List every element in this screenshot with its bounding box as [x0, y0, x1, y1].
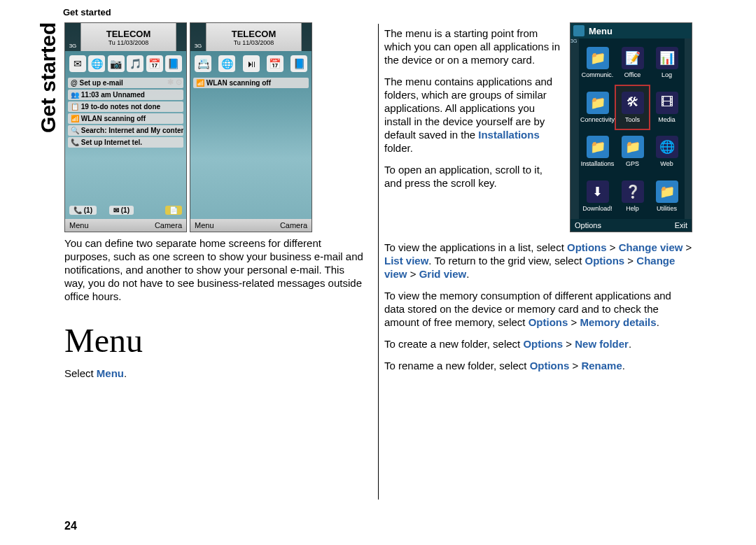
app-icon: 📁	[622, 136, 644, 158]
text: . To return to the grid view, select	[428, 255, 584, 267]
change-view-link: Change view	[619, 241, 683, 253]
list-view-paragraph: To view the applications in a list, sele…	[384, 241, 692, 281]
menu-item-web[interactable]: 🌐Web	[650, 130, 683, 174]
menu-title-bar: Menu	[570, 23, 692, 38]
shortcut-icon[interactable]: 🌐	[218, 55, 235, 72]
shortcut-icon[interactable]: ✉	[69, 55, 86, 72]
shortcut-icon[interactable]: 📇	[195, 55, 211, 72]
shortcut-icon[interactable]: 🌐	[88, 55, 105, 72]
options-link: Options	[567, 241, 607, 253]
softkey-left[interactable]: Menu	[195, 221, 214, 229]
options-link: Options	[528, 316, 568, 328]
menu-item-download[interactable]: ⬇Download!	[580, 175, 615, 218]
app-icon: 📁	[587, 92, 609, 114]
phone-home-screen-1: 3G TELECOM Tu 11/03/2008 ✉🌐📷🎵📅📘 ✱ ⊙ @ Se…	[64, 22, 187, 232]
sep: >	[568, 316, 580, 328]
menu-item-utilities[interactable]: 📁Utilities	[650, 175, 683, 218]
menu-item-office[interactable]: 📝Office	[616, 41, 649, 85]
menu-item-help[interactable]: ❔Help	[616, 175, 649, 218]
menu-item-connectivity[interactable]: 📁Connectivity	[580, 86, 615, 129]
app-icon: 🌐	[656, 136, 678, 158]
new-folder-link: New folder	[575, 338, 629, 350]
select-menu-line: Select Menu.	[64, 367, 367, 380]
shortcut-icon[interactable]: 🎵	[127, 55, 144, 72]
menu-item-log[interactable]: 📊Log	[650, 41, 683, 85]
operator-clock: TELECOM Tu 11/03/2008	[206, 23, 302, 51]
menu-title: Menu	[589, 26, 612, 36]
app-icon: 📊	[656, 47, 678, 69]
notification-item[interactable]: @ Set up e-mail	[68, 78, 183, 88]
app-label: Log	[662, 71, 672, 78]
menu-item-communic[interactable]: 📁Communic.	[580, 41, 615, 85]
notification-item[interactable]: 📞 Set up Internet tel.	[68, 137, 183, 148]
phone-menu-screenshot: Menu 3G 📁Communic.📝Office📊Log📁Connectivi…	[570, 22, 692, 232]
date-label: Tu 11/03/2008	[234, 39, 274, 46]
rename-link: Rename	[581, 360, 622, 371]
shortcut-icon-row: 📇🌐⏯📅📘	[195, 54, 307, 73]
sep: >	[407, 268, 419, 280]
app-icon: 📝	[622, 47, 644, 69]
signal-strip: 3G	[570, 38, 579, 219]
notification-item[interactable]: 👥 11:03 am Unnamed	[68, 90, 183, 100]
app-label: GPS	[626, 160, 639, 167]
app-icon: 🛠	[622, 92, 644, 114]
softkey-bar: Menu Camera	[190, 219, 312, 232]
text: To view the applications in a list, sele…	[384, 241, 567, 253]
installations-link: Installations	[478, 129, 540, 141]
page-number: 24	[64, 520, 77, 532]
home-screens-paragraph: You can define two separate home screens…	[64, 236, 367, 303]
shortcut-icon[interactable]: 📘	[290, 55, 307, 72]
text: .	[622, 360, 625, 371]
app-label: Web	[660, 160, 673, 167]
shortcut-icon[interactable]: 📷	[108, 55, 125, 72]
menu-item-installations[interactable]: 📁Installations	[580, 130, 615, 174]
indicator-badge: 📞 (1)	[69, 206, 97, 215]
app-label: Media	[658, 116, 676, 123]
shortcut-icon-row: ✉🌐📷🎵📅📘	[69, 54, 182, 73]
menu-item-gps[interactable]: 📁GPS	[616, 130, 649, 174]
app-label: Utilities	[657, 205, 677, 212]
app-icon: ❔	[622, 181, 644, 203]
notification-item[interactable]: 🔍 Search: Internet and My content	[68, 125, 183, 136]
app-icon: 🎞	[656, 92, 678, 114]
operator-name: TELECOM	[232, 29, 276, 39]
date-label: Tu 11/03/2008	[108, 39, 149, 46]
app-label: Connectivity	[580, 116, 615, 123]
app-label: Communic.	[582, 71, 614, 78]
app-icon: 📁	[656, 181, 678, 203]
notification-item[interactable]: 📶 WLAN scanning off	[68, 113, 183, 124]
left-column: 3G TELECOM Tu 11/03/2008 ✉🌐📷🎵📅📘 ✱ ⊙ @ Se…	[64, 22, 367, 380]
softkey-bar: Options Exit	[570, 219, 692, 232]
shortcut-icon[interactable]: 📅	[267, 55, 284, 72]
shortcut-icon[interactable]: ⏯	[243, 55, 260, 72]
menu-item-tools[interactable]: 🛠Tools	[616, 86, 649, 129]
options-link: Options	[585, 255, 625, 267]
sep: >	[607, 241, 619, 253]
shortcut-icon[interactable]: 📘	[165, 55, 182, 72]
shortcut-icon[interactable]: 📅	[146, 55, 163, 72]
phone-home-screen-2: 3G TELECOM Tu 11/03/2008 📇🌐⏯📅📘 📶 WLAN sc…	[190, 22, 312, 232]
softkey-left[interactable]: Menu	[69, 221, 89, 229]
notification-item[interactable]: 📋 19 to-do notes not done	[68, 101, 183, 112]
new-folder-paragraph: To create a new folder, select Options >…	[384, 337, 692, 351]
list-view-link: List view	[384, 255, 428, 267]
wlan-status-row: 📶 WLAN scanning off	[193, 78, 309, 88]
notes-icon[interactable]: 📄	[165, 206, 182, 215]
app-icon: 📁	[587, 47, 609, 69]
options-link: Options	[530, 360, 570, 371]
menu-item-media[interactable]: 🎞Media	[650, 86, 683, 129]
grid-view-link: Grid view	[419, 268, 467, 280]
softkey-right[interactable]: Camera	[280, 221, 307, 229]
text: Select	[64, 367, 97, 379]
notification-list: @ Set up e-mail👥 11:03 am Unnamed📋 19 to…	[68, 78, 183, 148]
softkey-left[interactable]: Options	[575, 221, 601, 229]
app-icon: 📁	[587, 136, 609, 158]
status-bar: 3G TELECOM Tu 11/03/2008	[65, 23, 186, 51]
text: folder.	[384, 142, 413, 154]
text: .	[629, 338, 631, 350]
text: To create a new folder, select	[384, 338, 523, 350]
softkey-right[interactable]: Exit	[675, 221, 687, 229]
app-label: Download!	[582, 205, 612, 212]
softkey-right[interactable]: Camera	[155, 221, 182, 229]
wlan-status: 📶 WLAN scanning off	[193, 78, 309, 88]
